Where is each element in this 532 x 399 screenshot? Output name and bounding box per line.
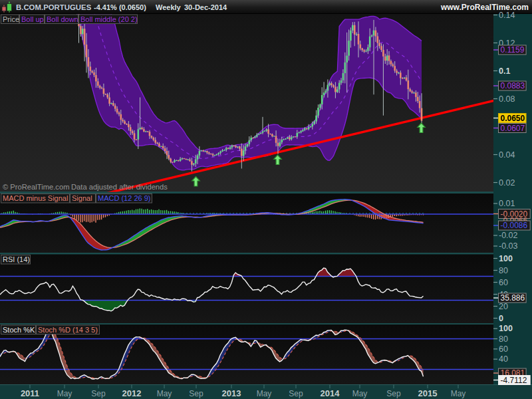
svg-text:2014: 2014 bbox=[321, 388, 340, 398]
svg-text:80: 80 bbox=[499, 334, 508, 344]
svg-text:-4.7112: -4.7112 bbox=[501, 376, 527, 385]
svg-text:Boll middle (20 2): Boll middle (20 2) bbox=[80, 15, 138, 23]
svg-text:0.14: 0.14 bbox=[499, 11, 515, 20]
svg-text:Stoch %K: Stoch %K bbox=[3, 326, 35, 334]
svg-text:40: 40 bbox=[499, 354, 508, 364]
svg-text:60: 60 bbox=[499, 344, 508, 354]
svg-text:Data adjusted after dividends: Data adjusted after dividends bbox=[71, 183, 168, 191]
svg-text:© ProRealTime.com: © ProRealTime.com bbox=[3, 183, 69, 191]
svg-text:2013: 2013 bbox=[222, 388, 241, 398]
svg-text:0.1: 0.1 bbox=[499, 66, 510, 76]
svg-text:-0.0086: -0.0086 bbox=[501, 221, 528, 230]
svg-text:May: May bbox=[57, 389, 72, 398]
svg-text:0.04: 0.04 bbox=[499, 150, 515, 160]
svg-text:-0.03: -0.03 bbox=[499, 241, 518, 251]
svg-text:Price: Price bbox=[3, 15, 19, 23]
svg-text:Sep: Sep bbox=[289, 389, 303, 398]
svg-text:0.0883: 0.0883 bbox=[501, 81, 525, 90]
svg-text:2012: 2012 bbox=[122, 388, 142, 398]
svg-text:60: 60 bbox=[499, 278, 508, 287]
svg-text:35.886: 35.886 bbox=[501, 293, 525, 303]
svg-text:MACD (12 26 9): MACD (12 26 9) bbox=[98, 194, 150, 202]
svg-text:Sep: Sep bbox=[189, 389, 203, 398]
svg-text:20: 20 bbox=[499, 302, 508, 311]
svg-text:May: May bbox=[451, 389, 466, 398]
svg-text:Weekly: Weekly bbox=[156, 3, 182, 11]
svg-text:Stoch %D (14 3 5): Stoch %D (14 3 5) bbox=[38, 326, 98, 334]
svg-text:100: 100 bbox=[499, 254, 513, 263]
svg-text:B.COM.PORTUGUES: B.COM.PORTUGUES bbox=[16, 3, 92, 11]
svg-text:2011: 2011 bbox=[21, 388, 39, 398]
svg-text:0: 0 bbox=[499, 314, 503, 323]
svg-text:100: 100 bbox=[499, 324, 513, 333]
svg-text:-0.02: -0.02 bbox=[499, 231, 518, 240]
svg-text:30-Dec-2014: 30-Dec-2014 bbox=[184, 3, 227, 11]
svg-text:0.0607: 0.0607 bbox=[501, 124, 525, 133]
svg-text:Sep: Sep bbox=[91, 389, 106, 398]
svg-text:May: May bbox=[352, 389, 368, 398]
svg-text:May: May bbox=[257, 389, 272, 398]
svg-text:2015: 2015 bbox=[418, 388, 438, 398]
svg-text:0.0650: 0.0650 bbox=[501, 114, 525, 123]
svg-text:80: 80 bbox=[499, 266, 508, 275]
svg-text:Boll down: Boll down bbox=[47, 15, 78, 23]
svg-text:0.1159: 0.1159 bbox=[501, 45, 525, 55]
svg-text:RSI (14): RSI (14) bbox=[3, 255, 30, 263]
svg-text:MACD minus Signal: MACD minus Signal bbox=[3, 194, 68, 202]
svg-text:-4.41% (0.0650): -4.41% (0.0650) bbox=[94, 3, 146, 11]
svg-text:May: May bbox=[157, 389, 172, 398]
svg-text:0.01: 0.01 bbox=[499, 199, 515, 208]
svg-text:Sep: Sep bbox=[386, 389, 401, 398]
svg-text:www.ProRealTime.com: www.ProRealTime.com bbox=[440, 3, 529, 12]
svg-text:0.02: 0.02 bbox=[499, 178, 515, 188]
svg-text:Boll up: Boll up bbox=[21, 15, 44, 23]
svg-text:Signal: Signal bbox=[72, 194, 92, 202]
svg-text:0.08: 0.08 bbox=[499, 94, 515, 104]
